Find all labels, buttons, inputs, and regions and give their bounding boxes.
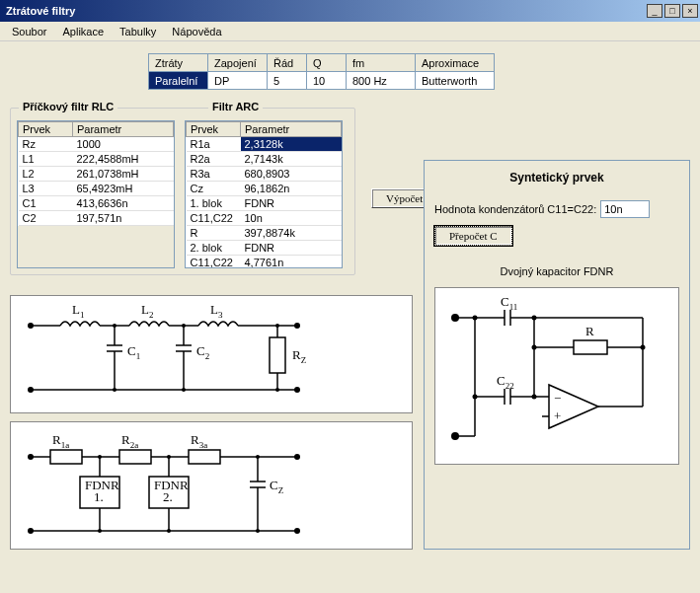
svg-point-91	[532, 395, 537, 400]
lists-group: Příčkový filtr RLC Filtr ARC PrvekParame…	[10, 108, 355, 275]
list-item: 2. blokFDNR	[187, 241, 342, 256]
val-aprox[interactable]: Butterworth	[416, 72, 495, 90]
svg-point-25	[275, 388, 279, 392]
svg-point-21	[182, 324, 186, 328]
svg-text:L1: L1	[72, 302, 84, 320]
svg-text:R: R	[585, 324, 594, 338]
list-item: 1. blokFDNR	[187, 196, 342, 211]
hdr-ztraty: Ztráty	[149, 54, 208, 72]
menu-tabulky[interactable]: Tabulky	[112, 24, 164, 39]
minimize-button[interactable]: _	[647, 4, 662, 18]
svg-text:C22: C22	[497, 373, 514, 391]
val-q[interactable]: 10	[307, 72, 347, 90]
panel-title: Syntetický prvek	[434, 171, 679, 185]
list-item: L1222,4588mH	[19, 152, 174, 167]
hdr-fm: fm	[347, 54, 416, 72]
svg-text:−: −	[554, 391, 561, 406]
window-title: Ztrátové filtry	[2, 5, 645, 17]
svg-point-58	[167, 529, 171, 533]
synthetic-element-panel: Syntetický prvek Hodnota kondenzátorů C1…	[424, 160, 690, 550]
list-item: R2a2,7143k	[187, 152, 342, 167]
svg-text:R3a: R3a	[191, 432, 207, 450]
diagram-title: Dvojný kapacitor FDNR	[434, 265, 679, 277]
svg-text:R1a: R1a	[52, 432, 69, 450]
svg-point-56	[256, 455, 260, 459]
menu-soubor[interactable]: Soubor	[4, 24, 54, 39]
svg-text:C1: C1	[127, 343, 140, 361]
val-zapojeni[interactable]: DP	[208, 72, 268, 90]
svg-text:+: +	[554, 408, 561, 423]
val-fm[interactable]: 800 Hz	[347, 72, 416, 90]
svg-point-53	[294, 528, 300, 534]
svg-text:C2: C2	[196, 343, 209, 361]
svg-rect-80	[574, 340, 607, 354]
rlc-hdr-prvek[interactable]: Prvek	[19, 122, 73, 137]
svg-text:C11: C11	[501, 294, 517, 312]
svg-point-54	[98, 455, 102, 459]
svg-point-57	[98, 529, 102, 533]
svg-rect-35	[119, 450, 151, 464]
fdnr-diagram: C11 C22 R − +	[434, 287, 679, 465]
cap-label: Hodnota kondenzátorů C11=C22:	[434, 203, 596, 215]
svg-rect-33	[50, 450, 82, 464]
svg-point-86	[451, 432, 459, 440]
list-item: L2261,0738mH	[19, 167, 174, 182]
titlebar: Ztrátové filtry _ □ ×	[0, 0, 700, 22]
svg-point-88	[473, 395, 478, 400]
group-title-arc: Filtr ARC	[208, 101, 263, 112]
close-button[interactable]: ×	[682, 4, 698, 18]
list-item: R3a680,8903	[187, 167, 342, 182]
list-item: Cz96,1862n	[187, 182, 342, 196]
svg-point-59	[256, 529, 260, 533]
svg-point-55	[167, 455, 171, 459]
circuit-arc-diagram: R1a R2a R3a FDNR 1. FDNR 2. CZ	[10, 421, 413, 550]
list-item: C11,C224,7761n	[187, 256, 342, 269]
list-item: C1413,6636n	[19, 196, 174, 211]
svg-point-90	[532, 345, 537, 350]
svg-text:2.: 2.	[163, 489, 173, 504]
svg-point-85	[451, 314, 459, 322]
svg-point-23	[113, 388, 117, 392]
summary-table: Ztráty Zapojení Řád Q fm Aproximace Para…	[148, 53, 495, 90]
svg-point-16	[28, 323, 34, 329]
list-item: R397,8874k	[187, 226, 342, 241]
maximize-button[interactable]: □	[664, 4, 680, 18]
rlc-hdr-param[interactable]: Parametr	[73, 122, 174, 137]
svg-text:CZ: CZ	[270, 478, 283, 495]
svg-point-50	[28, 454, 34, 460]
svg-rect-13	[270, 337, 285, 373]
svg-point-92	[641, 345, 646, 350]
val-rad[interactable]: 5	[268, 72, 307, 90]
list-item: Rz1000	[19, 137, 174, 152]
svg-text:L2: L2	[141, 302, 153, 320]
group-title-rlc: Příčkový filtr RLC	[19, 101, 117, 112]
svg-point-89	[532, 316, 537, 321]
arc-hdr-prvek[interactable]: Prvek	[187, 122, 241, 137]
menu-napoveda[interactable]: Nápověda	[164, 24, 229, 39]
hdr-aprox: Aproximace	[416, 54, 495, 72]
svg-point-52	[294, 454, 300, 460]
svg-text:RZ: RZ	[292, 347, 306, 365]
svg-point-20	[113, 324, 117, 328]
svg-text:R2a: R2a	[121, 432, 138, 450]
list-item: C2197,571n	[19, 211, 174, 226]
svg-point-87	[473, 316, 478, 321]
arc-hdr-param[interactable]: Parametr	[241, 122, 342, 137]
svg-point-51	[28, 528, 34, 534]
svg-point-18	[294, 323, 300, 329]
svg-point-22	[275, 324, 279, 328]
svg-point-17	[28, 387, 34, 393]
arc-list[interactable]: PrvekParametr R1a2,3128k R2a2,7143k R3a6…	[185, 120, 343, 268]
hdr-zapojeni: Zapojení	[208, 54, 268, 72]
circuit-rlc-diagram: L1 L2 L3 C1 C2 RZ	[10, 295, 413, 413]
svg-rect-37	[189, 450, 220, 464]
list-item: C11,C2210n	[187, 211, 342, 226]
cap-input[interactable]	[600, 200, 650, 218]
prepocet-button[interactable]: Přepočet C	[434, 226, 512, 246]
menubar: Soubor Aplikace Tabulky Nápověda	[0, 22, 700, 41]
hdr-q: Q	[307, 54, 347, 72]
menu-aplikace[interactable]: Aplikace	[54, 24, 112, 39]
val-ztraty[interactable]: Paralelní	[149, 72, 208, 90]
list-item: R1a2,3128k	[187, 137, 342, 152]
rlc-list[interactable]: PrvekParametr Rz1000 L1222,4588mH L2261,…	[17, 120, 175, 268]
